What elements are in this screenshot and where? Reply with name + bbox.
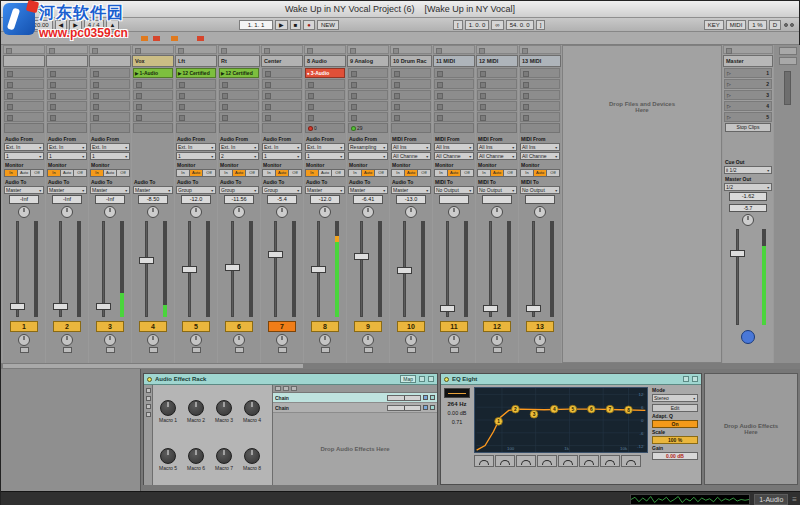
monitor-off-button[interactable]: Off [332, 169, 345, 177]
monitor-off-button[interactable]: Off [289, 169, 302, 177]
clip-slot[interactable] [477, 79, 517, 89]
scene-slot[interactable]: ▷3 [724, 90, 772, 100]
save-preset-icon[interactable] [428, 376, 434, 382]
chain-hide-icon[interactable] [291, 386, 297, 391]
output-select[interactable]: Master [348, 186, 388, 194]
punch-in-button[interactable]: [ [453, 20, 463, 30]
chain-row[interactable]: Chain [273, 403, 437, 413]
band-frequency-value[interactable]: 264 Hz [447, 401, 466, 407]
pan-knob[interactable] [534, 206, 546, 218]
volume-display[interactable]: -Inf [9, 195, 39, 204]
arm-button[interactable] [321, 347, 330, 353]
volume-fader[interactable] [390, 219, 432, 319]
chain-row[interactable]: Chain [273, 393, 437, 403]
pan-knob[interactable] [104, 206, 116, 218]
volume-display[interactable] [482, 195, 512, 204]
clip-slot[interactable] [47, 112, 87, 122]
filter-type-button-1[interactable] [474, 455, 494, 467]
volume-display[interactable] [439, 195, 469, 204]
key-map-toggle[interactable]: KEY [704, 20, 724, 30]
output-select[interactable]: Master [47, 186, 87, 194]
clip-slot[interactable] [520, 68, 560, 78]
pan-knob[interactable] [190, 206, 202, 218]
clip-slot[interactable] [176, 101, 216, 111]
monitor-auto-button[interactable]: Auto [362, 169, 375, 177]
play-button[interactable]: ▶ [275, 20, 288, 30]
clip-slot[interactable] [133, 79, 173, 89]
input-channel-select[interactable]: 2 [219, 152, 259, 160]
monitor-in-button[interactable]: In [4, 169, 18, 177]
clip-slot[interactable] [348, 79, 388, 89]
macro-knob[interactable] [216, 448, 232, 464]
input-type-select[interactable]: All Ins [391, 143, 431, 151]
input-channel-select[interactable] [348, 152, 388, 160]
filter-type-button-7[interactable] [600, 455, 620, 467]
arm-button[interactable] [149, 347, 158, 353]
track-activator-button[interactable]: 2 [53, 321, 81, 332]
input-type-select[interactable]: All Ins [520, 143, 560, 151]
track-header[interactable]: Rt [218, 55, 260, 67]
track-activator-button[interactable]: 12 [483, 321, 511, 332]
track-activator-button[interactable]: 8 [311, 321, 339, 332]
new-scene-button[interactable]: NEW [317, 20, 339, 30]
solo-button[interactable] [18, 334, 30, 346]
clip-slot[interactable] [305, 112, 345, 122]
track-header[interactable] [46, 55, 88, 67]
fader-handle[interactable] [730, 250, 745, 257]
cue-volume-display[interactable]: -5.7 [729, 204, 767, 212]
clip-slot[interactable] [47, 68, 87, 78]
pan-knob[interactable] [18, 206, 30, 218]
master-fader[interactable] [723, 227, 773, 327]
track-header[interactable]: Lft [175, 55, 217, 67]
volume-display[interactable] [525, 195, 555, 204]
macro-knob[interactable] [160, 448, 176, 464]
monitor-in-button[interactable]: In [434, 169, 448, 177]
minimize-window-button[interactable] [23, 5, 32, 14]
fader-handle[interactable] [440, 305, 455, 312]
clip-slot[interactable] [477, 101, 517, 111]
track-activator-button[interactable]: 6 [225, 321, 253, 332]
volume-display[interactable]: -11.56 [224, 195, 254, 204]
solo-button[interactable] [405, 334, 417, 346]
solo-button[interactable] [491, 334, 503, 346]
clip-slot[interactable] [4, 68, 44, 78]
volume-fader[interactable] [46, 219, 88, 319]
track-header[interactable]: 13 MIDI [519, 55, 561, 67]
solo-button[interactable] [534, 334, 546, 346]
loop-toggle-icon[interactable]: ∞ [491, 20, 503, 30]
device-drop-zone[interactable]: Drop Audio Effects Here [704, 373, 798, 485]
monitor-in-button[interactable]: In [391, 169, 405, 177]
fader-handle[interactable] [10, 303, 25, 310]
monitor-off-button[interactable]: Off [375, 169, 388, 177]
clip-record-icon[interactable]: ● [307, 71, 310, 76]
input-channel-select[interactable]: 1 [176, 152, 216, 160]
clip-slot[interactable] [434, 90, 474, 100]
input-type-select[interactable]: Ext. In [47, 143, 87, 151]
clip-slot[interactable] [262, 112, 302, 122]
time-signature-field[interactable]: 4 / 4 [84, 20, 104, 30]
output-select[interactable]: Master [305, 186, 345, 194]
monitor-in-button[interactable]: In [90, 169, 104, 177]
scene-launch-icon[interactable]: ▷ [727, 103, 731, 109]
pan-knob[interactable] [233, 206, 245, 218]
filter-type-button-6[interactable] [579, 455, 599, 467]
clip-slot[interactable] [262, 79, 302, 89]
crossfader-knob[interactable] [741, 330, 755, 344]
macro-knob[interactable] [160, 400, 176, 416]
clip-slot[interactable] [477, 68, 517, 78]
master-volume-display[interactable]: -1.62 [729, 192, 767, 201]
clip-slot[interactable] [90, 112, 130, 122]
clip-slot[interactable] [4, 101, 44, 111]
input-channel-select[interactable]: 1 [305, 152, 345, 160]
monitor-in-button[interactable]: In [176, 169, 190, 177]
device-on-toggle[interactable] [444, 377, 449, 382]
record-button[interactable]: ● [303, 20, 315, 30]
clip-slot[interactable] [133, 101, 173, 111]
fader-handle[interactable] [268, 251, 283, 258]
monitor-auto-button[interactable]: Auto [233, 169, 246, 177]
stop-button[interactable]: ■ [290, 20, 302, 30]
session-drop-zone[interactable]: Drop Files and Devices Here [562, 45, 722, 363]
monitor-off-button[interactable]: Off [461, 169, 474, 177]
volume-fader[interactable] [175, 219, 217, 319]
master-pan-knob[interactable] [742, 214, 754, 226]
